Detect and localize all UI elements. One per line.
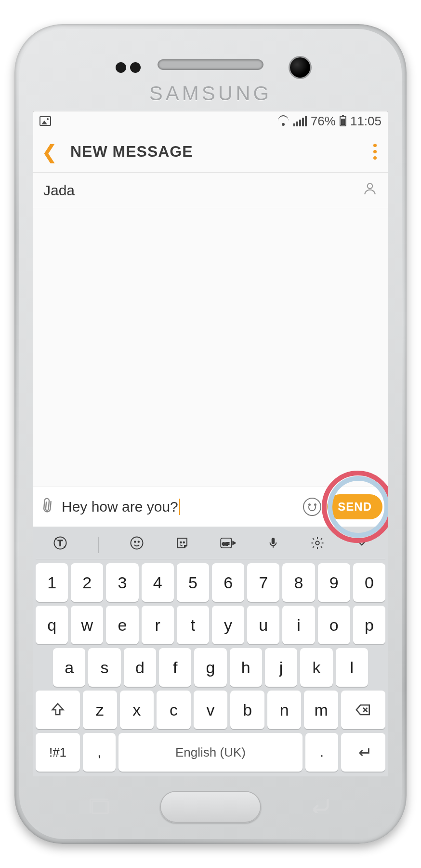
- battery-percent: 76%: [311, 114, 336, 129]
- key-o[interactable]: o: [318, 606, 350, 644]
- key-v[interactable]: v: [194, 691, 228, 729]
- app-header: ❮ NEW MESSAGE: [33, 131, 388, 173]
- more-options-button[interactable]: [370, 141, 380, 163]
- key-m[interactable]: m: [304, 691, 338, 729]
- page-title: NEW MESSAGE: [70, 143, 193, 161]
- key-2[interactable]: 2: [71, 563, 103, 602]
- svg-point-0: [368, 183, 373, 189]
- attachment-icon[interactable]: [36, 494, 60, 519]
- svg-point-5: [138, 541, 139, 542]
- svg-point-3: [131, 537, 143, 549]
- key-u[interactable]: u: [247, 606, 279, 644]
- message-input[interactable]: Hey how are you?: [62, 499, 297, 515]
- backspace-key[interactable]: [341, 691, 385, 729]
- send-button[interactable]: SEND: [327, 494, 382, 519]
- wifi-icon: [277, 116, 289, 126]
- recents-button[interactable]: [92, 800, 109, 814]
- key-i[interactable]: i: [282, 606, 315, 644]
- status-bar: 76% 11:05: [33, 111, 388, 131]
- symbols-key[interactable]: !#1: [36, 733, 80, 772]
- add-contact-icon[interactable]: [362, 181, 378, 200]
- key-r[interactable]: r: [142, 606, 174, 644]
- svg-point-4: [134, 541, 136, 542]
- key-9[interactable]: 9: [318, 563, 350, 602]
- key-e[interactable]: e: [106, 606, 138, 644]
- home-button[interactable]: [160, 791, 261, 823]
- key-k[interactable]: k: [300, 648, 332, 687]
- key-h[interactable]: h: [230, 648, 262, 687]
- key-y[interactable]: y: [212, 606, 244, 644]
- svg-point-7: [183, 542, 184, 543]
- key-q[interactable]: q: [36, 606, 68, 644]
- key-3[interactable]: 3: [106, 563, 138, 602]
- phone-frame: SAMSUNG 76% 11:05 ❮ NEW MESSAGE Jada: [14, 24, 407, 844]
- mic-icon[interactable]: [267, 536, 279, 554]
- gallery-notification-icon: [39, 116, 51, 126]
- screen: 76% 11:05 ❮ NEW MESSAGE Jada He: [33, 111, 388, 776]
- svg-point-11: [316, 541, 319, 545]
- keyboard-row-mid: asdfghjkl: [36, 648, 385, 687]
- key-8[interactable]: 8: [282, 563, 315, 602]
- comma-key[interactable]: ,: [83, 733, 116, 772]
- keyboard-row-top: qwertyuiop: [36, 606, 385, 644]
- key-w[interactable]: w: [71, 606, 103, 644]
- keyboard-row-bottom: zxcvbnm: [36, 691, 385, 729]
- key-s[interactable]: s: [88, 648, 120, 687]
- key-c[interactable]: c: [157, 691, 191, 729]
- clock: 11:05: [350, 114, 382, 129]
- gif-icon[interactable]: GIF: [220, 536, 236, 554]
- key-0[interactable]: 0: [353, 563, 385, 602]
- svg-point-6: [180, 542, 182, 543]
- settings-icon[interactable]: [310, 536, 325, 554]
- period-key[interactable]: .: [305, 733, 338, 772]
- key-f[interactable]: f: [159, 648, 191, 687]
- svg-text:GIF: GIF: [222, 542, 230, 546]
- shift-key[interactable]: [36, 691, 80, 729]
- recipient-name: Jada: [43, 182, 75, 199]
- text-tools-icon[interactable]: T: [53, 536, 67, 554]
- emoji-icon[interactable]: [303, 498, 321, 516]
- key-d[interactable]: d: [124, 648, 156, 687]
- svg-text:T: T: [58, 539, 63, 547]
- back-button[interactable]: ❮: [41, 141, 58, 163]
- key-b[interactable]: b: [230, 691, 264, 729]
- keyboard: T GIF: [33, 527, 388, 776]
- spacebar-key[interactable]: English (UK): [118, 733, 303, 772]
- enter-key[interactable]: [341, 733, 385, 772]
- recipient-field[interactable]: Jada: [33, 173, 388, 208]
- emoji-keyboard-icon[interactable]: [130, 536, 144, 554]
- key-7[interactable]: 7: [247, 563, 279, 602]
- key-5[interactable]: 5: [177, 563, 209, 602]
- key-4[interactable]: 4: [142, 563, 174, 602]
- key-n[interactable]: n: [267, 691, 302, 729]
- key-t[interactable]: t: [177, 606, 209, 644]
- keyboard-toolbar: T GIF: [36, 530, 385, 559]
- key-a[interactable]: a: [53, 648, 85, 687]
- phone-sensors: [19, 55, 402, 84]
- hw-back-button[interactable]: [308, 796, 329, 815]
- sticker-icon[interactable]: [175, 536, 189, 554]
- text-cursor: [179, 499, 180, 515]
- key-j[interactable]: j: [265, 648, 297, 687]
- key-g[interactable]: g: [194, 648, 226, 687]
- brand-logo: SAMSUNG: [19, 82, 402, 105]
- key-x[interactable]: x: [120, 691, 154, 729]
- compose-bar: Hey how are you? SEND: [33, 487, 388, 527]
- message-thread[interactable]: [33, 208, 388, 487]
- signal-icon: [293, 116, 307, 126]
- key-6[interactable]: 6: [212, 563, 244, 602]
- collapse-icon[interactable]: [355, 537, 368, 553]
- key-1[interactable]: 1: [36, 563, 68, 602]
- key-l[interactable]: l: [336, 648, 368, 687]
- key-p[interactable]: p: [353, 606, 385, 644]
- keyboard-row-numbers: 1234567890: [36, 563, 385, 602]
- battery-icon: [340, 116, 346, 126]
- svg-rect-10: [272, 538, 275, 544]
- key-z[interactable]: z: [83, 691, 117, 729]
- keyboard-row-space: !#1 , English (UK) .: [36, 733, 385, 772]
